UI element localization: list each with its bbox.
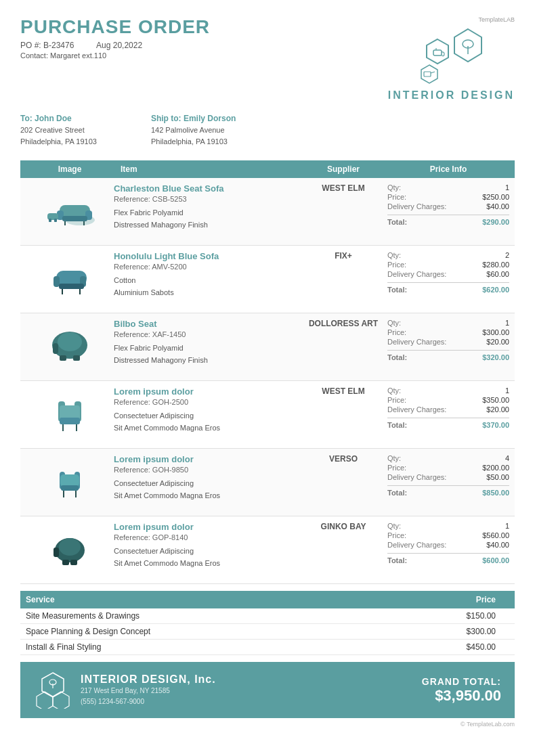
col-image: Image: [26, 164, 114, 174]
table-row: Lorem ipsum dolor Reference: GOH-9850 Co…: [20, 449, 515, 516]
address-to: To: John Doe 202 Creative Street Philade…: [20, 114, 97, 147]
col-supplier: Supplier: [299, 164, 387, 174]
price-1: Qty:1 Price:$250.00 Delivery Charges:$40…: [387, 183, 509, 226]
logo-text: INTERIOR DESIGN: [388, 89, 515, 102]
supplier-2: FIX+: [299, 251, 387, 261]
item-image-5: [26, 454, 114, 507]
svg-rect-5: [433, 50, 442, 55]
col-price: Price Info: [387, 164, 509, 174]
service-name-2: Space Planning & Design Concept: [26, 627, 387, 636]
footer-left: INTERIOR DESIGN, Inc. 217 West End Bay, …: [34, 671, 216, 709]
price-3: Qty:1 Price:$300.00 Delivery Charges:$20…: [387, 319, 509, 361]
supplier-3: DOLLORESS ART: [299, 319, 387, 328]
item-detail-1a: Flex Fabric Polyamid: [114, 207, 299, 219]
svg-rect-13: [62, 216, 87, 221]
address-ship-line1: 142 Palmolive Avenue: [151, 125, 236, 136]
addresses: To: John Doe 202 Creative Street Philade…: [20, 114, 515, 147]
copyright: © TemplateLab.com: [20, 721, 515, 728]
sofa-svg-2: [39, 254, 100, 301]
item-name-1: Charleston Blue Seat Sofa: [114, 183, 299, 194]
item-ref-4: Reference: GOH-2500: [114, 398, 299, 406]
svg-rect-17: [49, 219, 51, 222]
svg-rect-45: [70, 560, 77, 565]
price-4: Qty:1 Price:$350.00 Delivery Charges:$20…: [387, 386, 509, 429]
services-header: Service Price: [20, 591, 515, 608]
item-image-2: [26, 251, 114, 304]
qty-label: Qty:: [387, 183, 401, 192]
svg-rect-46: [53, 548, 59, 557]
item-detail-6b: Sit Amet Commodo Magna Eros: [114, 558, 299, 570]
item-details-4: Lorem ipsum dolor Reference: GOH-2500 Co…: [114, 386, 299, 434]
item-name-3: Bilbo Seat: [114, 319, 299, 329]
address-ship: Ship to: Emily Dorson 142 Palmolive Aven…: [151, 114, 236, 147]
col-item: Item: [114, 164, 299, 174]
services-section: Service Price Site Measurements & Drawin…: [20, 591, 515, 655]
price-2: Qty:2 Price:$280.00 Delivery Charges:$60…: [387, 251, 509, 294]
footer-address: 217 West End Bay, NY 21585: [81, 686, 216, 696]
item-detail-6a: Consectetuer Adipiscing: [114, 546, 299, 558]
item-details-6: Lorem ipsum dolor Reference: GOP-8140 Co…: [114, 522, 299, 569]
po-info: PO #: B-23476 Aug 20,2022: [20, 41, 210, 50]
svg-marker-48: [37, 692, 53, 709]
contact-info: Contact: Margaret ext.110: [20, 51, 210, 60]
address-ship-line2: Philadelphia, PA 19103: [151, 136, 236, 148]
item-ref-5: Reference: GOH-9850: [114, 466, 299, 474]
delivery-label: Delivery Charges:: [387, 202, 446, 210]
po-date: Aug 20,2022: [96, 41, 142, 50]
item-detail-5a: Consectetuer Adipiscing: [114, 478, 299, 490]
svg-rect-39: [61, 485, 79, 491]
item-detail-1b: Distressed Mahagony Finish: [114, 219, 299, 231]
svg-point-26: [58, 332, 82, 351]
item-detail-3a: Flex Fabric Polyamid: [114, 342, 299, 355]
qty-1: 1: [505, 183, 509, 192]
footer: INTERIOR DESIGN, Inc. 217 West End Bay, …: [20, 662, 515, 718]
item-detail-5b: Sit Amet Commodo Magna Eros: [114, 490, 299, 502]
item-detail-4a: Consectetuer Adipiscing: [114, 410, 299, 422]
svg-rect-33: [60, 418, 80, 424]
item-image-1: [26, 183, 114, 236]
svg-line-8: [431, 72, 435, 73]
svg-rect-18: [54, 219, 57, 222]
footer-right: GRAND TOTAL: $3,950.00: [422, 676, 501, 705]
supplier-1: WEST ELM: [299, 183, 387, 193]
supplier-5: VERSO: [299, 454, 387, 464]
svg-rect-38: [60, 474, 79, 487]
page-title: PURCHASE ORDER: [20, 16, 210, 38]
service-price-2: $300.00: [387, 627, 509, 636]
supplier-4: WEST ELM: [299, 386, 387, 396]
brand-badge: TemplateLAB: [478, 16, 515, 23]
service-price-1: $150.00: [387, 611, 509, 621]
svg-marker-1: [427, 39, 448, 64]
address-to-line2: Philadelphia, PA 19103: [20, 136, 97, 148]
supplier-6: GINKO BAY: [299, 522, 387, 531]
item-detail-3b: Distressed Mahagony Finish: [114, 355, 299, 367]
svg-rect-22: [59, 284, 84, 289]
footer-company: INTERIOR DESIGN, Inc. 217 West End Bay, …: [81, 673, 216, 707]
table-row: Lorem ipsum dolor Reference: GOP-8140 Co…: [20, 516, 515, 584]
sofa-svg-3: [39, 321, 100, 369]
price-col-label: Price: [387, 595, 509, 604]
grand-total-label: GRAND TOTAL:: [422, 676, 501, 687]
item-image-6: [26, 522, 114, 575]
item-image-3: [26, 319, 114, 372]
svg-point-43: [59, 538, 81, 556]
svg-rect-27: [60, 355, 66, 361]
item-name-5: Lorem ipsum dolor: [114, 454, 299, 464]
item-detail-4b: Sit Amet Commodo Magna Eros: [114, 422, 299, 435]
svg-rect-44: [62, 560, 69, 565]
total-label: Total:: [387, 218, 407, 226]
item-details-2: Honolulu Light Blue Sofa Reference: AMV-…: [114, 251, 299, 298]
footer-logo-icon: [34, 671, 71, 709]
sofa-svg-5: [39, 457, 100, 504]
item-details-1: Charleston Blue Seat Sofa Reference: CSB…: [114, 183, 299, 231]
svg-rect-20: [53, 276, 60, 287]
items-table: Image Item Supplier Price Info: [20, 160, 515, 584]
table-row: Lorem ipsum dolor Reference: GOH-2500 Co…: [20, 381, 515, 449]
logo-area: TemplateLAB INTERIOR DESIGN: [388, 16, 515, 102]
price-label: Price:: [387, 193, 406, 201]
service-row: Space Planning & Design Concept $300.00: [20, 624, 515, 640]
grand-total-value: $3,950.00: [422, 687, 501, 705]
service-col-label: Service: [26, 595, 387, 604]
page: PURCHASE ORDER PO #: B-23476 Aug 20,2022…: [0, 0, 535, 756]
sofa-svg-6: [39, 525, 100, 572]
